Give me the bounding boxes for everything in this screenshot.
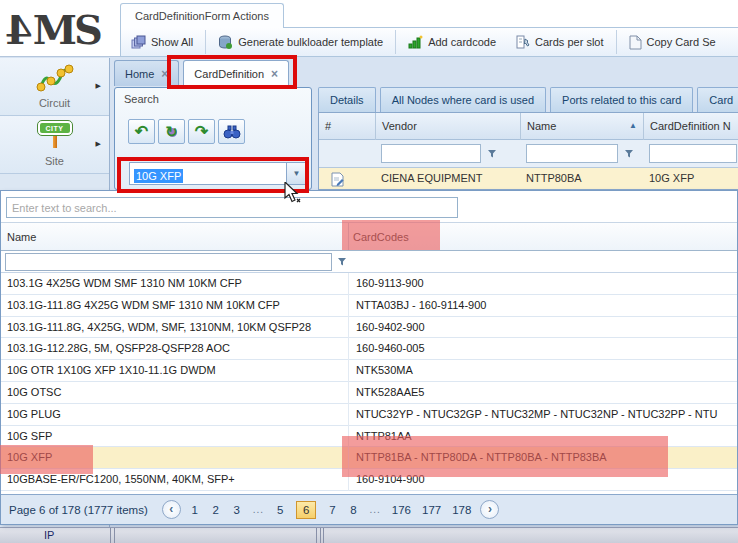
column-header-name[interactable]: ▲Name <box>521 113 644 140</box>
column-header-number[interactable]: # <box>319 113 376 140</box>
cards-per-slot-label: Cards per slot <box>535 36 603 48</box>
tab-home[interactable]: Home × <box>114 60 179 86</box>
pager-page-176[interactable]: 176 <box>392 504 411 516</box>
grid-header-row: # Vendor ▲Name CardDefinition N <box>319 113 738 140</box>
dropdown-name-filter-input[interactable] <box>5 253 332 271</box>
row-name: 103.1G-112.28G, 5M, QSFP28-QSFP28 AOC <box>7 338 343 359</box>
column-divider <box>348 382 349 404</box>
tab-carddefinition[interactable]: CardDefinition × <box>183 60 289 86</box>
pager-page-8[interactable]: 8 <box>348 504 358 516</box>
tab-cards[interactable]: Card <box>697 87 738 112</box>
vendor-filter-input[interactable] <box>381 144 481 163</box>
details-panel-tabs: Details All Nodes where card is used Por… <box>318 87 738 112</box>
row-cardcodes: NTTP81AA <box>356 426 736 447</box>
filter-icon[interactable] <box>624 149 635 160</box>
sidebar-item-circuit[interactable]: ▶ Circuit <box>0 58 109 116</box>
list-item[interactable]: 10G OTSCNTK528AAE5 <box>1 382 737 404</box>
list-item[interactable]: 10GBASE-ER/FC1200, 1550NM, 40KM, SFP+160… <box>1 469 737 491</box>
pager-page-7[interactable]: 7 <box>327 504 337 516</box>
layers-icon <box>131 35 146 49</box>
row-cardcodes: NTTA03BJ - 160-9114-900 <box>356 295 736 316</box>
pager-page-6[interactable]: 6 <box>296 501 316 519</box>
expand-arrow-icon[interactable]: ▶ <box>96 140 101 148</box>
column-divider <box>348 223 349 250</box>
circuit-icon <box>35 63 75 93</box>
ip-column-label: IP <box>44 529 54 541</box>
bar-chart-icon <box>408 35 423 49</box>
row-name: 103.1G 4X25G WDM SMF 1310 NM 10KM CFP <box>7 273 343 294</box>
tab-ports-related[interactable]: Ports related to this card <box>550 87 693 112</box>
copy-card-label: Copy Card Se <box>647 36 716 48</box>
dropdown-header-row: Name CardCodes <box>1 222 737 251</box>
show-all-button[interactable]: Show All <box>121 29 203 55</box>
sidebar-item-site[interactable]: CITY ▶ Site <box>0 116 109 174</box>
undo-arrow-icon: ↶ <box>135 124 148 140</box>
search-panel-buttons: ↶ ↻ ↷ <box>128 119 245 144</box>
list-item[interactable]: 103.1G-111.8G, 4X25G, WDM, SMF, 1310NM, … <box>1 317 737 339</box>
carddefinition-combobox[interactable]: 10G XFP ▼ <box>129 162 405 185</box>
cardcodes-rows: 103.1G 4X25G WDM SMF 1310 NM 10KM CFP160… <box>1 273 737 491</box>
copy-card-button[interactable]: Copy Card Se <box>619 29 726 55</box>
row-name: 10G PLUG <box>7 404 343 425</box>
tab-details[interactable]: Details <box>318 87 376 112</box>
list-item[interactable]: 10G PLUGNTUC32YP - NTUC32GP - NTUC32MP -… <box>1 404 737 426</box>
dropdown-column-name[interactable]: Name <box>7 223 36 251</box>
carddefinition-filter-input[interactable] <box>649 144 737 163</box>
filter-icon[interactable] <box>487 149 498 160</box>
column-header-carddefinition[interactable]: CardDefinition N <box>644 113 738 140</box>
show-all-label: Show All <box>151 36 193 48</box>
row-cardcodes: NTUC32YP - NTUC32GP - NTUC32MP - NTUC32N… <box>356 404 736 425</box>
close-icon[interactable]: × <box>271 69 278 79</box>
pager-page-2[interactable]: 2 <box>211 504 221 516</box>
pager-prev-button[interactable]: ‹ <box>162 500 181 519</box>
add-cardcode-button[interactable]: Add cardcode <box>398 29 506 55</box>
document-icon <box>629 35 642 50</box>
combobox-field[interactable]: 10G XFP <box>129 162 287 185</box>
filter-icon[interactable] <box>337 257 348 268</box>
combobox-dropdown-button[interactable]: ▼ <box>286 162 307 185</box>
row-cardcodes: 160-9402-900 <box>356 317 736 338</box>
list-item[interactable]: 103.1G 4X25G WDM SMF 1310 NM 10KM CFP160… <box>1 273 737 295</box>
redo-button[interactable]: ↷ <box>188 119 215 144</box>
pager-page-1[interactable]: 1 <box>190 504 200 516</box>
search-panel-title: Search <box>115 88 311 111</box>
pager-page-5[interactable]: 5 <box>275 504 285 516</box>
ribbon-tab-carddefinitionform-actions[interactable]: CardDefinitionForm Actions <box>120 3 284 28</box>
row-name: 10G SFP <box>7 426 343 447</box>
pager-next-button[interactable]: › <box>480 500 499 519</box>
expand-arrow-icon[interactable]: ▶ <box>96 82 101 90</box>
column-header-vendor[interactable]: Vendor <box>376 113 521 140</box>
generate-bulkloader-template-button[interactable]: Generate bulkloader template <box>208 29 393 55</box>
row-name: 10G OTR 1X10G XFP 1X10-11.1G DWDM <box>7 360 343 381</box>
app-logo: 4MS <box>8 6 100 53</box>
pager-page-178[interactable]: 178 <box>452 504 471 516</box>
tab-all-nodes[interactable]: All Nodes where card is used <box>380 87 546 112</box>
row-cardcodes: NTTP81BA - NTTP80DA - NTTP80BA - NTTP83B… <box>356 447 736 468</box>
pager-summary: Page 6 of 178 (1777 items) <box>9 504 148 516</box>
dropdown-search-input[interactable] <box>6 197 458 218</box>
refresh-button[interactable]: ↻ <box>158 119 185 144</box>
list-item[interactable]: 10G XFPNTTP81BA - NTTP80DA - NTTP80BA - … <box>1 447 737 469</box>
column-divider <box>110 528 111 543</box>
dropdown-column-cardcodes[interactable]: CardCodes <box>353 223 409 251</box>
cell-name: NTTP80BA <box>526 168 582 190</box>
list-item[interactable]: 103.1G-111.8G 4X25G WDM SMF 1310 NM 10KM… <box>1 295 737 317</box>
list-item[interactable]: 10G SFPNTTP81AA <box>1 426 737 448</box>
pager-ellipsis: ... <box>253 504 264 515</box>
pager-page-177[interactable]: 177 <box>422 504 441 516</box>
column-divider <box>114 528 115 543</box>
row-cardcodes: 160-9460-005 <box>356 338 736 359</box>
find-button[interactable] <box>218 119 245 144</box>
list-item[interactable]: 103.1G-112.28G, 5M, QSFP28-QSFP28 AOC160… <box>1 338 737 360</box>
name-filter-input[interactable] <box>526 144 618 163</box>
undo-button[interactable]: ↶ <box>128 119 155 144</box>
top-header: 4MS CardDefinitionForm Actions Show All … <box>0 0 738 57</box>
cards-per-slot-button[interactable]: Cards per slot <box>506 29 613 55</box>
binoculars-icon <box>223 125 241 139</box>
close-icon[interactable]: × <box>161 69 168 79</box>
add-cardcode-label: Add cardcode <box>428 36 496 48</box>
list-item[interactable]: 10G OTR 1X10G XFP 1X10-11.1G DWDMNTK530M… <box>1 360 737 382</box>
pager: Page 6 of 178 (1777 items) ‹ 123...5678.… <box>1 494 737 524</box>
combobox-dropdown-panel: Name CardCodes 103.1G 4X25G WDM SMF 1310… <box>0 190 738 525</box>
pager-page-3[interactable]: 3 <box>232 504 242 516</box>
